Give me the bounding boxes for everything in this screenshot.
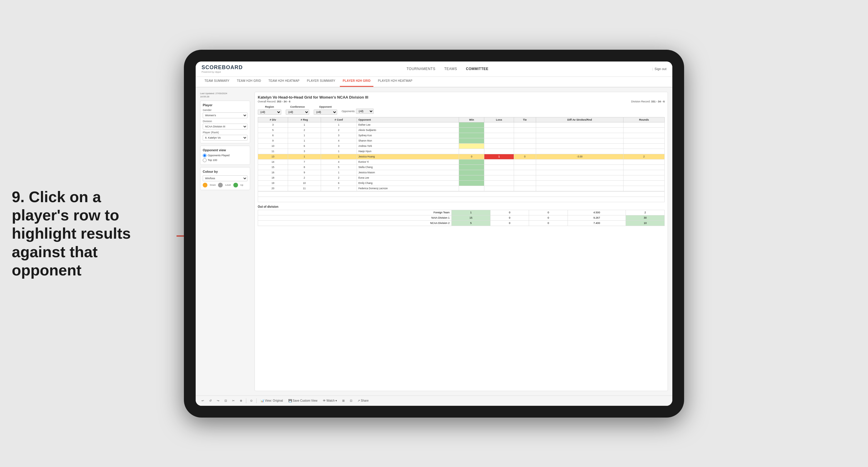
sub-nav-team-h2h-grid[interactable]: TEAM H2H GRID xyxy=(234,77,264,87)
region-filter-label: Region xyxy=(258,105,281,108)
table-row[interactable]: 9 1 4 Sharon Mun xyxy=(258,138,665,143)
col-div: # Div xyxy=(258,117,288,122)
player-section-title: Player xyxy=(203,103,247,107)
layout-btn[interactable]: ⊞ xyxy=(341,399,346,403)
player-rank-label: Player (Rank) xyxy=(203,131,247,134)
sign-out-area: | Sign out xyxy=(652,67,666,71)
radio-top100[interactable]: Top 100 xyxy=(203,158,247,162)
nav-items: TOURNAMENTS TEAMS COMMITTEE xyxy=(407,67,489,71)
view-original-btn[interactable]: 📊 View: Original xyxy=(259,399,284,403)
opponent-view-radio-group: Opponents Played Top 100 xyxy=(203,154,247,162)
player-rank-select[interactable]: 8. Katelyn Vo xyxy=(203,135,247,141)
empty-row xyxy=(258,191,665,196)
col-tie: Tie xyxy=(514,117,536,122)
opponent-filter-label: Opponent xyxy=(314,105,337,108)
legend-up-dot xyxy=(233,183,238,187)
col-reg: # Reg xyxy=(288,117,321,122)
overall-record-value: 353 - 34 - 6 xyxy=(277,100,290,103)
table-row[interactable]: 16 9 1 Jessica Mason xyxy=(258,170,665,175)
table-row[interactable]: Foreign Team 1 0 0 4.500 2 xyxy=(258,210,665,215)
opponent-view-section: Opponent view Opponents Played Top 100 xyxy=(200,146,250,165)
logo-text: SCOREBOARD xyxy=(202,64,243,71)
table-row[interactable]: NAIA Division 1 15 0 0 9.267 30 xyxy=(258,215,665,220)
sub-nav-player-summary[interactable]: PLAYER SUMMARY xyxy=(304,77,338,87)
colour-by-select[interactable]: Win/loss xyxy=(203,176,247,181)
table-row[interactable]: 11 3 1 Haejo Hyun xyxy=(258,149,665,154)
grid-btn[interactable]: ⊡ xyxy=(223,399,228,403)
conference-filter-group: Conference (All) xyxy=(286,105,309,115)
legend-up-label: Up xyxy=(240,184,243,186)
annotation-step: 9. xyxy=(12,188,24,206)
nav-tournaments[interactable]: TOURNAMENTS xyxy=(407,67,435,71)
opponents-label: Opponents: (All) xyxy=(342,108,374,114)
table-row[interactable]: NCAA Division 2 5 0 0 7.400 10 xyxy=(258,220,665,226)
h2h-grid-table: # Div # Reg # Conf Opponent Win Loss Tie… xyxy=(258,117,665,191)
col-diff: Diff Av Strokes/Rnd xyxy=(536,117,623,122)
sign-out-btn[interactable]: Sign out xyxy=(655,67,666,71)
top-nav: SCOREBOARD Powered by clippd TOURNAMENTS… xyxy=(196,62,672,77)
radio-opponents-played[interactable]: Opponents Played xyxy=(203,154,247,157)
main-content: Last Updated: 27/03/2024 16:55:28 Player… xyxy=(196,87,672,396)
toolbar-sep-1 xyxy=(246,399,246,403)
tablet-screen: SCOREBOARD Powered by clippd TOURNAMENTS… xyxy=(196,62,672,406)
undo-btn[interactable]: ↩ xyxy=(200,399,206,403)
empty-rows-table xyxy=(258,191,665,202)
annotation-text: Click on aplayer's row tohighlight resul… xyxy=(12,188,131,279)
sub-nav-team-summary[interactable]: TEAM SUMMARY xyxy=(202,77,232,87)
tablet-frame: SCOREBOARD Powered by clippd TOURNAMENTS… xyxy=(184,50,684,417)
table-row[interactable]: 3 1 1 Esther Lee xyxy=(258,122,665,127)
out-of-division-title: Out of division xyxy=(258,205,665,208)
conference-filter-label: Conference xyxy=(286,105,309,108)
refresh-btn[interactable]: ⊙ xyxy=(249,399,254,403)
table-row[interactable]: 18 2 2 Euna Lee xyxy=(258,175,665,180)
col-rounds: Rounds xyxy=(623,117,665,122)
opponent-filter-group: Opponent (All) xyxy=(314,105,337,115)
sub-nav-player-h2h-heatmap[interactable]: PLAYER H2H HEATMAP xyxy=(375,77,415,87)
add-btn[interactable]: ⊕ xyxy=(238,399,244,403)
legend-down-dot xyxy=(203,183,208,187)
save-custom-view-btn[interactable]: 💾 Save Custom View xyxy=(287,399,319,403)
legend-level-dot xyxy=(218,183,223,187)
export-btn[interactable]: ⊡ xyxy=(348,399,354,403)
table-row[interactable]: 15 8 5 Stella Cheng xyxy=(258,164,665,170)
legend-down-label: Down xyxy=(210,184,216,186)
table-row[interactable]: 5 2 2 Alexis Sudjianto xyxy=(258,127,665,133)
region-filter-select[interactable]: (All) xyxy=(258,110,281,115)
left-panel: Last Updated: 27/03/2024 16:55:28 Player… xyxy=(200,92,250,391)
redo-btn[interactable]: ↺ xyxy=(208,399,213,403)
watch-btn[interactable]: 👁 Watch ▾ xyxy=(321,399,339,403)
cut-btn[interactable]: ✂ xyxy=(231,399,236,403)
table-row-highlighted[interactable]: 13 1 1 Jessica Huang 0 1 0 -3.00 2 xyxy=(258,154,665,159)
last-updated: Last Updated: 27/03/2024 16:55:28 xyxy=(200,92,250,98)
division-select[interactable]: NCAA Division III xyxy=(203,124,247,129)
sub-nav-team-h2h-heatmap[interactable]: TEAM H2H HEATMAP xyxy=(266,77,303,87)
table-row[interactable]: 20 11 7 Federica Domecq Lacroze xyxy=(258,186,665,191)
logo-sub: Powered by clippd xyxy=(202,71,243,73)
player-filter-section: Player Gender Women's Division NCAA Divi… xyxy=(200,101,250,143)
gender-select[interactable]: Women's xyxy=(203,113,247,118)
division-label: Division xyxy=(203,120,247,123)
table-row[interactable]: 19 10 6 Emily Chang xyxy=(258,180,665,186)
opponent-filter-select[interactable]: (All) xyxy=(314,110,337,115)
sub-nav-player-h2h-grid[interactable]: PLAYER H2H GRID xyxy=(340,77,374,87)
col-opponent: Opponent xyxy=(356,117,459,122)
table-row[interactable]: 14 7 4 Eunice Yi xyxy=(258,159,665,164)
table-header-row: # Div # Reg # Conf Opponent Win Loss Tie… xyxy=(258,117,665,122)
gender-label: Gender xyxy=(203,108,247,112)
logo-area: SCOREBOARD Powered by clippd xyxy=(202,64,243,73)
opponent-view-title: Opponent view xyxy=(203,148,247,152)
conference-filter-select[interactable]: (All) xyxy=(286,110,309,115)
records-row: Overall Record: 353 - 34 - 6 Division Re… xyxy=(258,100,665,103)
grid-title: Katelyn Vo Head-to-Head Grid for Women's… xyxy=(258,95,665,99)
legend-level-label: Level xyxy=(225,184,231,186)
share-btn[interactable]: ↗ Share xyxy=(356,399,370,403)
nav-teams[interactable]: TEAMS xyxy=(444,67,457,71)
table-row[interactable]: 6 1 3 Sydney Kuo xyxy=(258,133,665,138)
colour-by-title: Colour by xyxy=(203,170,247,173)
region-filter-group: Region (All) xyxy=(258,105,281,115)
filter-row: Region (All) Conference (All) Opponent xyxy=(258,105,665,115)
table-row[interactable]: 10 6 3 Andrea York xyxy=(258,143,665,149)
opponents-select[interactable]: (All) xyxy=(356,108,374,114)
nav-committee[interactable]: COMMITTEE xyxy=(466,67,489,71)
forward-btn[interactable]: ↪ xyxy=(215,399,221,403)
